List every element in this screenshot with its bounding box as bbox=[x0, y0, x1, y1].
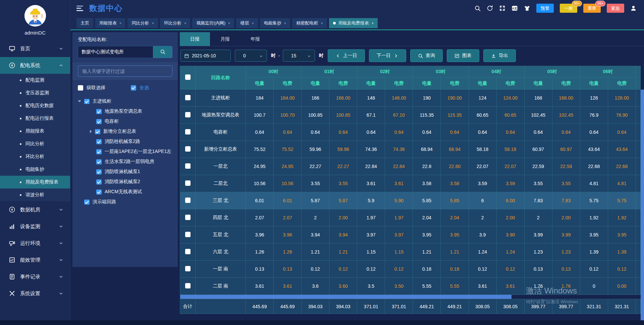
submenu-item-电能集抄[interactable]: 电能集抄 bbox=[0, 163, 70, 176]
submenu-item-用能及电费报表[interactable]: 用能及电费报表 bbox=[0, 176, 70, 188]
tree-expand-icon[interactable] bbox=[90, 130, 92, 133]
submenu-item-同比分析[interactable]: 同比分析 bbox=[0, 138, 70, 150]
tree-node[interactable]: 生活水泵2路一层弱电房 bbox=[72, 157, 178, 167]
tab-close-icon[interactable]: × bbox=[228, 21, 230, 25]
sidebar-item-event-log[interactable]: 事件记录 bbox=[0, 268, 70, 285]
horizontal-scrollbar[interactable] bbox=[180, 295, 641, 299]
row-checkbox[interactable] bbox=[185, 95, 191, 100]
tree-node[interactable]: 消防喷淋机械泵2 bbox=[72, 177, 178, 187]
nav-tab-精密配电柜[interactable]: 精密配电柜× bbox=[292, 18, 327, 28]
tree-node[interactable]: 消防喷淋机械泵1 bbox=[72, 167, 178, 177]
sidebar-item-energy-mgmt[interactable]: 能效管理 bbox=[0, 252, 70, 268]
tree-node[interactable]: 演示箱回路 bbox=[72, 197, 178, 207]
submenu-item-配电监测[interactable]: 配电监测 bbox=[0, 74, 70, 87]
row-checkbox[interactable] bbox=[185, 180, 191, 186]
row-checkbox[interactable] bbox=[185, 146, 191, 152]
tree-filter-input[interactable] bbox=[78, 65, 172, 77]
nav-tab-视频监控(内网)[interactable]: 视频监控(内网)× bbox=[192, 18, 234, 28]
row-checkbox[interactable] bbox=[185, 129, 191, 134]
prev-day-button[interactable]: 上一日 bbox=[328, 49, 365, 62]
sidebar-item-system-settings[interactable]: 系统设置 bbox=[0, 285, 70, 302]
tree-node-checkbox[interactable] bbox=[96, 189, 102, 195]
submenu-item-用能报表[interactable]: 用能报表 bbox=[0, 125, 70, 138]
sidebar-item-operating-env[interactable]: 运行环境 bbox=[0, 235, 70, 252]
tab-close-icon[interactable]: × bbox=[321, 21, 323, 25]
search-icon[interactable] bbox=[474, 5, 481, 11]
translate-icon[interactable]: A文 bbox=[512, 5, 518, 11]
tree-node-checkbox[interactable] bbox=[96, 169, 102, 174]
nav-tab-楼层[interactable]: 楼层× bbox=[236, 18, 258, 28]
row-checkbox[interactable] bbox=[185, 198, 191, 203]
vertical-scrollbar[interactable] bbox=[641, 90, 644, 325]
submenu-item-谐波分析[interactable]: 谐波分析 bbox=[0, 188, 70, 201]
sidebar-item-power-distribution[interactable]: 配电系统 bbox=[0, 57, 70, 74]
tab-close-icon[interactable]: × bbox=[184, 21, 186, 25]
nav-tab-用能及电费报表[interactable]: 用能及电费报表× bbox=[329, 18, 378, 28]
refresh-icon[interactable] bbox=[487, 5, 493, 11]
nav-tab-主页[interactable]: 主页 bbox=[76, 18, 93, 28]
nav-tab-用能报表[interactable]: 用能报表× bbox=[95, 18, 125, 28]
tree-node-checkbox[interactable] bbox=[96, 179, 102, 184]
select-all-checkbox[interactable] bbox=[131, 85, 136, 91]
nav-tab-同比分析[interactable]: 同比分析× bbox=[127, 18, 158, 28]
tree-node[interactable]: ARCM无线表测试 bbox=[72, 187, 178, 197]
submenu-item-配电历史数据[interactable]: 配电历史数据 bbox=[0, 99, 70, 112]
menu-toggle-icon[interactable] bbox=[76, 6, 83, 11]
tab-close-icon[interactable]: × bbox=[119, 21, 121, 25]
sidebar-item-device-monitor[interactable]: 设备监测 bbox=[0, 218, 70, 235]
submenu-item-环比分析[interactable]: 环比分析 bbox=[0, 150, 70, 163]
tab-close-icon[interactable]: × bbox=[252, 21, 254, 25]
tree-node-checkbox[interactable] bbox=[96, 139, 102, 144]
station-name-input[interactable] bbox=[78, 46, 153, 58]
tree-node-checkbox[interactable] bbox=[96, 159, 102, 164]
tree-node-checkbox[interactable] bbox=[96, 119, 102, 124]
row-checkbox[interactable] bbox=[185, 283, 191, 288]
tree-node[interactable]: 主进线柜 bbox=[72, 96, 178, 106]
tree-node-checkbox[interactable] bbox=[84, 99, 90, 104]
select-all-rows-checkbox[interactable] bbox=[185, 74, 191, 80]
sidebar-item-data-room[interactable]: 数据机房 bbox=[0, 201, 70, 218]
nav-tab-环比分析[interactable]: 环比分析× bbox=[160, 18, 190, 28]
tree-node[interactable]: 一层南1APE2右一层北1APE1左 bbox=[72, 147, 178, 157]
tab-close-icon[interactable]: × bbox=[284, 21, 286, 25]
tree-node[interactable]: 消防栓机械泵2路 bbox=[72, 137, 178, 147]
tree-node-checkbox[interactable] bbox=[96, 109, 102, 114]
report-tab-日报[interactable]: 日报 bbox=[180, 32, 210, 46]
row-checkbox[interactable] bbox=[185, 163, 191, 169]
avatar[interactable] bbox=[24, 5, 46, 26]
next-day-button[interactable]: 下一日 bbox=[369, 49, 406, 62]
theme-icon[interactable] bbox=[524, 5, 530, 11]
submenu-item-配电运行报表[interactable]: 配电运行报表 bbox=[0, 112, 70, 125]
row-checkbox[interactable] bbox=[185, 112, 191, 117]
row-checkbox[interactable] bbox=[185, 249, 191, 254]
tab-close-icon[interactable]: × bbox=[372, 21, 374, 25]
row-checkbox[interactable] bbox=[185, 232, 191, 237]
tree-node-checkbox[interactable] bbox=[96, 149, 102, 154]
row-checkbox[interactable] bbox=[185, 266, 191, 271]
row-checkbox[interactable] bbox=[185, 215, 191, 220]
tree-node[interactable]: 电容柜 bbox=[72, 116, 178, 126]
report-tab-月报[interactable]: 月报 bbox=[210, 32, 240, 46]
chart-button[interactable]: 图表 bbox=[447, 49, 479, 62]
export-button[interactable]: 导出 bbox=[483, 49, 516, 62]
query-button[interactable]: 查询 bbox=[410, 49, 443, 62]
tree-node-checkbox[interactable] bbox=[95, 129, 100, 134]
alarm-urgent-button[interactable]: 紧急 bbox=[607, 4, 624, 13]
tree-collapse-icon[interactable] bbox=[78, 100, 81, 102]
date-picker[interactable]: 2021-05-10 bbox=[180, 50, 231, 62]
tree-node-checkbox[interactable] bbox=[84, 200, 90, 205]
start-hour-select[interactable]: 0 bbox=[235, 50, 267, 62]
tab-close-icon[interactable]: × bbox=[152, 21, 154, 25]
cascade-select-checkbox[interactable] bbox=[78, 85, 83, 91]
station-search-button[interactable] bbox=[153, 46, 172, 58]
end-hour-select[interactable]: 15 bbox=[283, 50, 315, 62]
user-icon[interactable] bbox=[630, 5, 637, 11]
report-tab-年报[interactable]: 年报 bbox=[240, 32, 270, 46]
fullscreen-icon[interactable] bbox=[499, 5, 505, 11]
horizontal-scrollbar-thumb[interactable] bbox=[180, 295, 512, 299]
nav-tab-电能集抄[interactable]: 电能集抄× bbox=[260, 18, 290, 28]
alarm-forewarn-button[interactable]: 预警 bbox=[536, 4, 554, 13]
tree-node[interactable]: 地源热泵空调总表 bbox=[72, 106, 178, 116]
submenu-item-变压器监测[interactable]: 变压器监测 bbox=[0, 87, 70, 99]
tree-node[interactable]: 新增分立柜总表 bbox=[72, 126, 178, 137]
